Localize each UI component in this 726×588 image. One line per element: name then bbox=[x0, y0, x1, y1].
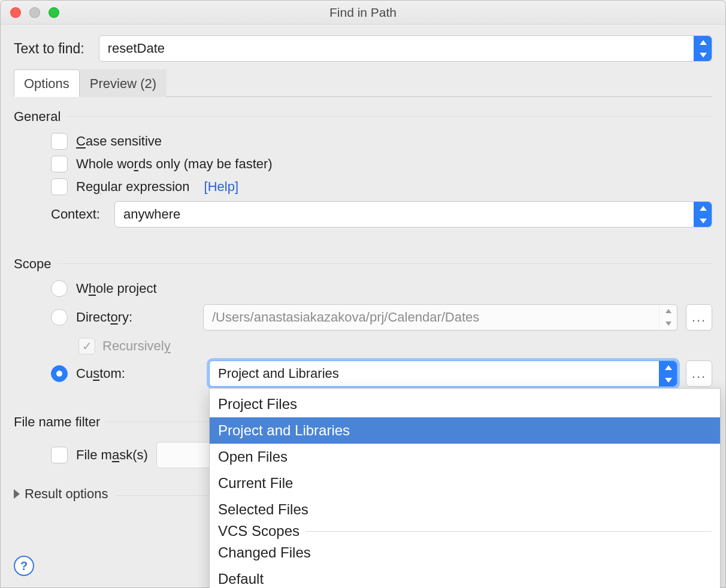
context-label: Context: bbox=[51, 207, 100, 222]
directory-browse-button[interactable]: ... bbox=[686, 304, 712, 331]
section-scope-title: Scope bbox=[14, 256, 51, 272]
minimize-icon bbox=[29, 7, 40, 18]
context-stepper[interactable] bbox=[694, 202, 712, 227]
svg-marker-0 bbox=[700, 40, 707, 45]
directory-history-stepper[interactable] bbox=[659, 305, 677, 330]
dropdown-item[interactable]: Default bbox=[210, 566, 720, 588]
regex-checkbox[interactable] bbox=[51, 178, 68, 195]
help-button[interactable]: ? bbox=[14, 556, 34, 576]
whole-words-label: Whole words only (may be faster) bbox=[76, 156, 273, 172]
tab-options[interactable]: Options bbox=[14, 69, 80, 97]
context-value: anywhere bbox=[123, 207, 180, 222]
svg-marker-6 bbox=[665, 365, 672, 370]
tab-preview[interactable]: Preview (2) bbox=[80, 69, 167, 97]
dropdown-item[interactable]: Project and Libraries bbox=[210, 417, 720, 444]
dropdown-item[interactable]: Current File bbox=[210, 470, 720, 496]
context-select[interactable]: anywhere bbox=[114, 201, 712, 228]
directory-path-field[interactable]: /Users/anastasiakazakova/prj/Calendar/Da… bbox=[203, 304, 677, 331]
whole-words-checkbox[interactable] bbox=[51, 156, 68, 172]
dropdown-item[interactable]: Changed Files bbox=[210, 539, 720, 566]
traffic-lights bbox=[10, 7, 59, 18]
divider bbox=[57, 263, 712, 264]
directory-path-value: /Users/anastasiakazakova/prj/Calendar/Da… bbox=[212, 310, 479, 325]
custom-scope-select[interactable]: Project and Libraries bbox=[209, 360, 677, 387]
section-general-title: General bbox=[14, 109, 60, 125]
scope-directory-radio[interactable] bbox=[51, 309, 68, 326]
dropdown-item[interactable]: Project Files bbox=[210, 391, 720, 417]
scope-custom-label: Custom: bbox=[76, 366, 172, 381]
zoom-icon[interactable] bbox=[49, 7, 59, 18]
file-mask-label: File mask(s) bbox=[76, 447, 148, 463]
svg-marker-1 bbox=[700, 53, 707, 57]
svg-marker-7 bbox=[665, 378, 672, 383]
recursively-checkbox: ✓ bbox=[78, 338, 95, 354]
close-icon[interactable] bbox=[10, 7, 21, 18]
regex-help-link[interactable]: [Help] bbox=[204, 179, 238, 195]
svg-marker-2 bbox=[700, 206, 707, 211]
tabs: Options Preview (2) bbox=[14, 69, 712, 97]
file-mask-checkbox[interactable] bbox=[51, 447, 68, 463]
case-sensitive-checkbox[interactable] bbox=[51, 133, 68, 150]
custom-scope-stepper[interactable] bbox=[659, 361, 677, 386]
section-file-filter-title: File name filter bbox=[14, 414, 100, 430]
regex-label: Regular expression bbox=[76, 179, 190, 195]
svg-marker-3 bbox=[700, 219, 707, 223]
scope-custom-radio[interactable] bbox=[51, 365, 68, 382]
find-in-path-dialog: Find in Path Text to find: resetDate Opt… bbox=[0, 0, 726, 588]
custom-scope-value: Project and Libraries bbox=[218, 366, 339, 381]
svg-marker-4 bbox=[666, 309, 671, 313]
scope-directory-label: Directory: bbox=[76, 310, 172, 325]
find-history-stepper[interactable] bbox=[694, 36, 712, 61]
svg-marker-5 bbox=[666, 322, 671, 326]
custom-scope-dropdown: Project Files Project and Libraries Open… bbox=[209, 388, 721, 588]
chevron-right-icon bbox=[14, 489, 20, 499]
dropdown-item[interactable]: Selected Files bbox=[210, 496, 720, 523]
text-to-find-value: resetDate bbox=[108, 41, 165, 56]
custom-scope-browse-button[interactable]: ... bbox=[686, 360, 712, 387]
scope-whole-project-radio[interactable] bbox=[51, 280, 68, 297]
scope-whole-project-label: Whole project bbox=[76, 281, 172, 296]
recursively-label: Recursively bbox=[102, 338, 171, 354]
titlebar: Find in Path bbox=[1, 1, 725, 25]
text-to-find-label: Text to find: bbox=[14, 41, 84, 57]
case-sensitive-label: Case sensitive bbox=[76, 134, 162, 149]
dropdown-separator-label: VCS Scopes bbox=[210, 523, 720, 539]
window-title: Find in Path bbox=[329, 5, 397, 20]
dropdown-item[interactable]: Open Files bbox=[210, 444, 720, 470]
text-to-find-input[interactable]: resetDate bbox=[99, 35, 712, 62]
divider bbox=[66, 116, 712, 117]
result-options-label: Result options bbox=[25, 486, 108, 502]
